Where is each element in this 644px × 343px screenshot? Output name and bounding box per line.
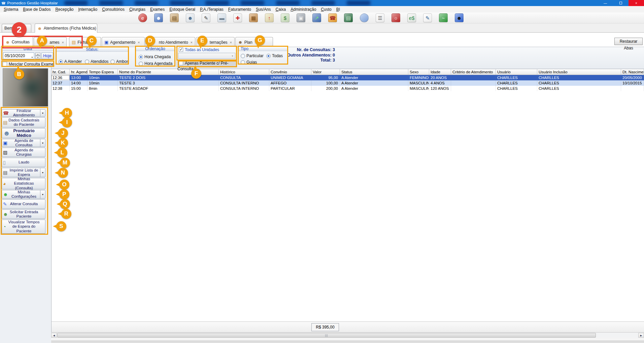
button-prontuario-medico[interactable]: ☻Prontuário Médico xyxy=(2,128,45,138)
restaurar-abas-button[interactable]: Restaurar Abas xyxy=(614,38,643,45)
shutdown-icon[interactable]: ○ xyxy=(392,13,400,22)
close-icon[interactable]: × xyxy=(15,26,17,30)
todas-unidades-checkbox[interactable]: ✓ xyxy=(179,47,183,52)
ordenacao-radio-hora-agendada[interactable]: Hora Agendada xyxy=(139,60,172,66)
button-minhas-configuracoes[interactable]: ☻Minhas Configurações▼ xyxy=(2,190,45,199)
button-alterar-consulta[interactable]: ✎Alterar Consulta xyxy=(2,199,45,209)
column-header-convenio[interactable]: Convênio xyxy=(269,69,311,75)
ledger-book-icon[interactable]: ▤ xyxy=(344,13,353,22)
invoice-icon[interactable]: ☰ xyxy=(376,13,384,22)
column-header-valor[interactable]: Valor xyxy=(311,69,340,75)
pre-consulta-checkbox[interactable] xyxy=(179,61,183,65)
minimize-button[interactable]: — xyxy=(598,0,613,6)
menu-estoque-geral[interactable]: Estoque Geral xyxy=(167,6,198,13)
tab-agendamento[interactable]: ▣ Agendamento × xyxy=(102,37,145,47)
scroll-right-icon[interactable]: ▶ xyxy=(638,333,644,338)
button-visualizar-tempos-de-espera-do-paciente[interactable]: ◔Visualizar Tempos de Espera do Paciente xyxy=(2,220,45,234)
radio-selected-icon[interactable] xyxy=(59,60,63,64)
radio-selected-icon[interactable] xyxy=(139,55,143,59)
status-radio-atendidos[interactable]: Atendidos xyxy=(85,58,108,64)
close-icon[interactable]: × xyxy=(191,40,193,44)
phonebook-icon[interactable]: ☎ xyxy=(328,13,337,22)
todas-unidades-row[interactable]: ✓Todas as Unidades xyxy=(179,47,219,52)
button-agenda-de-cirurgias[interactable]: ▨Agenda de Cirurgias xyxy=(2,148,45,157)
menu-internacao[interactable]: Internação xyxy=(76,6,100,13)
column-header-usuario[interactable]: Usuário xyxy=(496,69,537,75)
menu-cirurgias[interactable]: Cirurgias xyxy=(127,6,148,13)
ordenacao-radio-hora-chegada[interactable]: Hora Chegada xyxy=(139,53,171,60)
column-header-criterio-de-atendimento[interactable]: Critério de Atendimento xyxy=(451,69,496,75)
column-header-usuario-inclusao[interactable]: Usuário Inclusão xyxy=(537,69,621,75)
button-dados-cadastrais-do-paciente[interactable]: ▤Dados Cadastrais do Paciente xyxy=(2,117,45,127)
chat-bubble-icon[interactable] xyxy=(360,13,369,22)
doctor-icon[interactable]: ☻ xyxy=(186,13,195,22)
patients-group-icon[interactable]: ☻ xyxy=(154,13,163,22)
tab-plantao[interactable]: ☻ Plan xyxy=(235,37,273,47)
column-header-historico[interactable]: Histórico xyxy=(219,69,269,75)
date-input[interactable]: 05/10/2020 ▼ xyxy=(3,52,34,59)
button-finalizar-atendimento[interactable]: ☎Finalizar Atendimento▼ xyxy=(2,109,45,117)
scroll-left-icon[interactable]: ◀ xyxy=(51,333,57,338)
maximize-button[interactable] xyxy=(613,0,629,6)
radio-icon[interactable] xyxy=(139,62,143,66)
supplies-box-icon[interactable]: ▦ xyxy=(249,13,258,22)
status-radio-a-atender[interactable]: A Atender xyxy=(59,58,82,64)
mesclar-checkbox[interactable] xyxy=(3,62,7,66)
cash-stack-icon[interactable]: $ xyxy=(281,13,290,22)
menu-caixa[interactable]: Caixa xyxy=(273,6,289,13)
date-dropdown-icon[interactable]: ▼ xyxy=(31,54,33,61)
table-row[interactable]: 12:3815:008minTESTE ASDADFCONSULTA INTER… xyxy=(51,86,644,91)
scrollbar-thumb[interactable] xyxy=(57,333,596,338)
close-icon[interactable]: × xyxy=(62,40,64,44)
prescription-icon[interactable]: ✎ xyxy=(202,13,210,22)
menu-exames[interactable]: Exames xyxy=(148,6,167,13)
patient-folder-icon[interactable]: ▤ xyxy=(170,13,179,22)
dropdown-arrow-icon[interactable]: ▼ xyxy=(40,190,45,198)
menu-bi[interactable]: BI xyxy=(334,6,342,13)
menu-sistema[interactable]: Sistema xyxy=(1,6,21,13)
column-header-sexo[interactable]: Sexo xyxy=(408,69,429,75)
spinner-up-icon[interactable]: ▲ xyxy=(35,52,40,56)
horizontal-scrollbar[interactable]: ◀ ▶ xyxy=(51,332,644,338)
revenue-up-icon[interactable]: ↑ xyxy=(265,13,274,22)
tab-bem-vindo[interactable]: Bem × xyxy=(2,24,31,32)
menu-consultorios[interactable]: Consultórios xyxy=(100,6,127,13)
table-row[interactable]: 12:3714:0010minTESTE 3CONSULTA INTERNOAF… xyxy=(51,80,644,86)
tab-consultas[interactable]: ☻ Consultas xyxy=(3,36,33,47)
radio-icon[interactable] xyxy=(85,60,89,64)
mesclar-consulta-exame-row[interactable]: Mesclar Consulta Exame xyxy=(2,61,54,67)
dropdown-arrow-icon[interactable]: ▼ xyxy=(40,139,45,147)
menu-p-a-terapias[interactable]: P.A./Terapias xyxy=(198,6,226,13)
button-agenda-de-consultas[interactable]: ▣Agenda de Consultas▼ xyxy=(2,139,45,147)
close-button[interactable]: × xyxy=(629,0,644,6)
radio-icon[interactable] xyxy=(110,60,115,64)
column-header-hr-agend[interactable]: hr. Agend. xyxy=(70,69,88,75)
dropdown-arrow-icon[interactable]: ▼ xyxy=(40,110,45,116)
finance-chart-icon[interactable]: ↗ xyxy=(312,13,321,22)
contacts-book-icon[interactable]: ☻ xyxy=(455,13,464,22)
tab-atendimentos-ficha-medica[interactable]: ☻ Atendimentos (Ficha Médica) × xyxy=(35,24,97,33)
column-header-nome-do-paciente[interactable]: Nome do Paciente xyxy=(118,69,219,75)
hoje-button[interactable]: Hoje xyxy=(41,52,53,59)
menu-base-de-dados[interactable]: Base de Dados xyxy=(21,6,53,13)
column-header-dt-nascimento[interactable]: Dt. Nascimento xyxy=(621,69,644,75)
button-laudo[interactable]: ▯Laudo xyxy=(2,158,45,167)
column-header-tempo-espera[interactable]: Tempo Espera xyxy=(88,69,118,75)
promedico-logo-icon[interactable]: e xyxy=(138,13,147,22)
menu-faturamento[interactable]: Faturamento xyxy=(226,6,253,13)
button-imprimir-lista-de-espera[interactable]: ▤Imprimir Lista de Espera▼ xyxy=(2,168,45,177)
tab-internacoes[interactable]: ternações × xyxy=(196,37,235,47)
table-row[interactable]: 12:3613:0010minTESTE 2 DOISCONSULTAUNIME… xyxy=(51,75,644,80)
status-radio-ambos[interactable]: Ambos xyxy=(110,58,129,64)
menu-custo[interactable]: Custo xyxy=(318,6,334,13)
tab-fichario[interactable]: ▤ Fichá xyxy=(69,37,101,47)
menu-sus-ans[interactable]: Sus/Ans xyxy=(253,6,273,13)
ecg-book-icon[interactable]: ~ xyxy=(439,13,448,22)
menu-administracao[interactable]: Administração xyxy=(288,6,318,13)
date-spinner[interactable]: ▲ ▼ xyxy=(35,52,40,59)
pre-consulta-row[interactable]: Apenas Paciente c/ Pré-Consulta xyxy=(177,61,237,66)
column-header-hr-cad[interactable]: hr. Cad. xyxy=(51,69,70,75)
column-header-idade[interactable]: Idade xyxy=(429,69,451,75)
ambulance-icon[interactable]: ✚ xyxy=(233,13,242,22)
close-icon[interactable]: × xyxy=(230,40,232,44)
